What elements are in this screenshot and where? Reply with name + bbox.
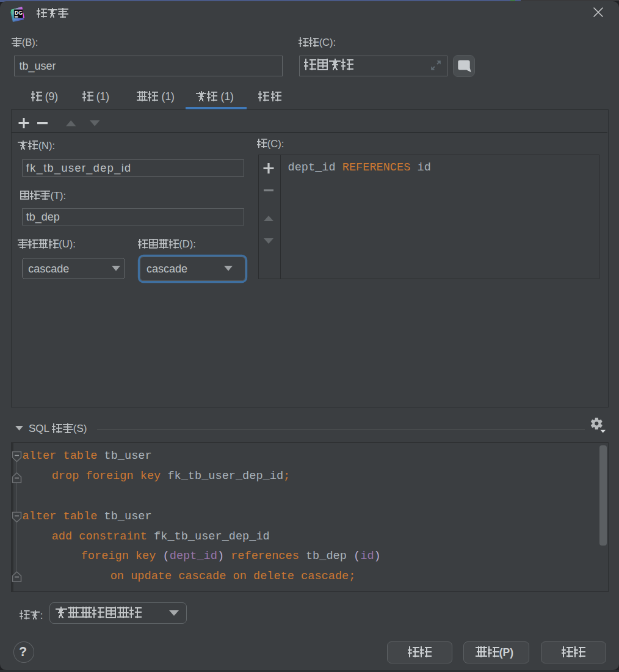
svg-text:DG: DG xyxy=(15,10,23,16)
